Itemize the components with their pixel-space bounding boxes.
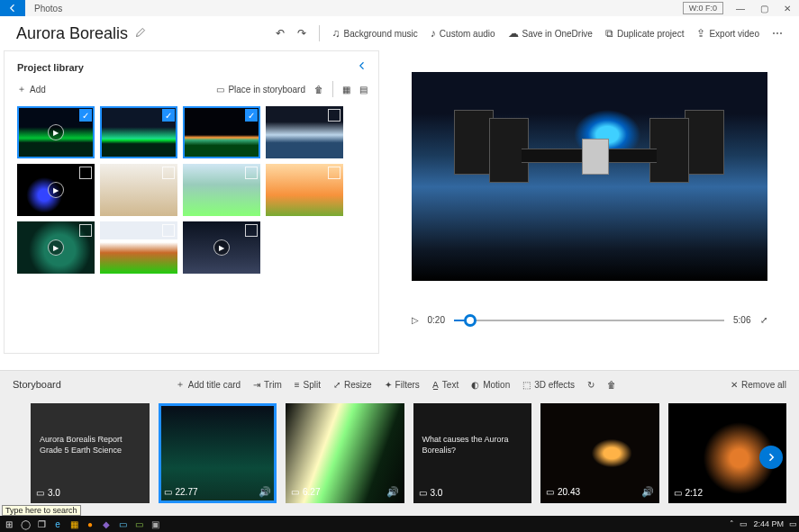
taskbar-app[interactable]: ▭: [132, 518, 146, 530]
storyboard-clip[interactable]: ▭6.27🔊: [286, 403, 404, 503]
back-button[interactable]: [0, 0, 25, 16]
place-in-storyboard-button[interactable]: ▭Place in storyboard: [216, 85, 305, 95]
resize-button[interactable]: ⤢Resize: [333, 380, 372, 390]
more-button[interactable]: ⋯: [772, 27, 783, 40]
library-thumb[interactable]: [183, 164, 260, 216]
label: Trim: [264, 380, 282, 390]
library-thumb[interactable]: ✓▶: [17, 106, 95, 158]
thumb-checkbox[interactable]: ✓: [79, 109, 92, 122]
motion-button[interactable]: ◐Motion: [471, 380, 510, 390]
tray-up-icon[interactable]: ˄: [730, 519, 734, 528]
fullscreen-button[interactable]: ⤢: [760, 315, 767, 325]
filters-button[interactable]: ✦Filters: [385, 380, 420, 390]
seek-knob[interactable]: [464, 314, 477, 327]
taskbar-app[interactable]: ◆: [99, 518, 113, 530]
storyboard-clip[interactable]: ▭22.77🔊: [159, 403, 277, 503]
storyboard-clip[interactable]: ▭20.43🔊: [540, 403, 659, 503]
duplicate-project-button[interactable]: ⧉Duplicate project: [605, 27, 684, 40]
add-title-card-button[interactable]: ＋Add title card: [176, 378, 241, 391]
video-clip-icon: ▭: [164, 487, 172, 497]
task-view-button[interactable]: ❐: [34, 518, 49, 530]
label: Text: [442, 380, 459, 390]
taskbar-app[interactable]: ▣: [148, 518, 162, 530]
storyboard-toolbar: Storyboard ＋Add title card ⇥Trim ≡Split …: [0, 371, 799, 398]
video-clip-icon: ▭: [546, 487, 554, 497]
storyboard-clip[interactable]: What causes the Aurora Borealis?▭3.0: [413, 403, 532, 503]
title-card-icon: ▭: [419, 488, 427, 498]
thumb-checkbox[interactable]: [162, 167, 175, 179]
plus-icon: ＋: [176, 378, 185, 391]
next-clip-button[interactable]: [759, 446, 783, 469]
resize-icon: ⤢: [333, 380, 340, 390]
close-button[interactable]: ✕: [776, 0, 799, 16]
library-thumb[interactable]: ✓: [183, 106, 260, 158]
play-button[interactable]: ▷: [412, 315, 419, 325]
clip-title-text: Aurora Borealis Report Grade 5 Earth Sci…: [40, 434, 141, 455]
thumb-checkbox[interactable]: [328, 167, 340, 179]
battery-icon[interactable]: ▭: [740, 519, 748, 528]
notifications-button[interactable]: ▭: [789, 519, 797, 528]
taskbar-app[interactable]: ●: [83, 518, 97, 530]
library-thumb[interactable]: [100, 164, 177, 216]
library-thumb[interactable]: ▶: [183, 221, 260, 274]
view-small-button[interactable]: ▦: [342, 85, 350, 95]
thumb-checkbox[interactable]: [79, 167, 92, 179]
library-thumb[interactable]: ▶: [17, 164, 95, 216]
view-large-button[interactable]: ▤: [359, 85, 368, 95]
thumb-checkbox[interactable]: [328, 109, 340, 122]
label: Remove all: [741, 380, 786, 390]
delete-library-button[interactable]: 🗑: [314, 85, 323, 95]
background-music-button[interactable]: ♫Background music: [332, 27, 418, 40]
player-position: 0:20: [428, 315, 445, 325]
seek-bar[interactable]: [454, 320, 724, 321]
clock[interactable]: 2:44 PM: [753, 519, 784, 528]
main-area: Project library ＋Add ▭Place in storyboar…: [0, 50, 799, 370]
split-icon: ≡: [295, 380, 300, 390]
separator: [319, 25, 320, 41]
3d-effects-button[interactable]: ⬚3D effects: [522, 380, 575, 390]
library-thumb[interactable]: [266, 106, 343, 158]
preview-panel: ▷ 0:20 5:06 ⤢: [379, 50, 799, 370]
add-media-button[interactable]: ＋Add: [17, 83, 46, 95]
maximize-button[interactable]: ▢: [752, 0, 776, 16]
thumb-checkbox[interactable]: ✓: [162, 109, 175, 122]
cortana-button[interactable]: ◯: [18, 518, 32, 530]
redo-button[interactable]: ↷: [297, 27, 306, 40]
taskbar-app[interactable]: ▭: [115, 518, 130, 530]
taskbar: ⊞ ◯ ❐ e ▦ ● ◆ ▭ ▭ ▣ ˄ ▭ 2:44 PM ▭: [0, 516, 799, 532]
thumb-checkbox[interactable]: [79, 224, 92, 237]
library-thumb[interactable]: ✓: [100, 106, 177, 158]
library-thumb[interactable]: [100, 221, 177, 274]
close-icon: ✕: [731, 380, 738, 390]
thumb-checkbox[interactable]: [245, 224, 258, 237]
label: Add title card: [188, 380, 241, 390]
split-button[interactable]: ≡Split: [295, 380, 321, 390]
collapse-library-button[interactable]: [357, 60, 368, 74]
export-video-button[interactable]: ⇪Export video: [696, 27, 759, 40]
custom-audio-button[interactable]: ♪Custom audio: [431, 27, 495, 40]
undo-button[interactable]: ↶: [276, 27, 285, 40]
trim-button[interactable]: ⇥Trim: [253, 380, 282, 390]
taskbar-app[interactable]: ▦: [67, 518, 81, 530]
storyboard-clip[interactable]: Aurora Borealis Report Grade 5 Earth Sci…: [31, 403, 150, 503]
minimize-button[interactable]: —: [729, 0, 752, 16]
play-overlay-icon: ▶: [48, 182, 64, 198]
preview-art: [454, 110, 494, 175]
library-thumb[interactable]: ▶: [17, 221, 95, 274]
save-onedrive-button[interactable]: ☁Save in OneDrive: [508, 27, 593, 40]
thumb-checkbox[interactable]: ✓: [245, 109, 258, 122]
text-button[interactable]: A̲Text: [432, 380, 459, 390]
taskbar-app[interactable]: e: [50, 518, 65, 530]
speaker-icon: 🔊: [641, 486, 654, 498]
start-button[interactable]: ⊞: [2, 518, 16, 530]
library-thumb[interactable]: [266, 164, 343, 216]
preview-art: [582, 139, 609, 175]
label: Filters: [395, 380, 420, 390]
video-preview[interactable]: [412, 72, 767, 281]
thumb-checkbox[interactable]: [245, 167, 258, 179]
remove-all-button[interactable]: ✕Remove all: [731, 380, 786, 390]
rotate-button[interactable]: ↻: [587, 380, 595, 390]
delete-clip-button[interactable]: 🗑: [607, 380, 616, 390]
thumb-checkbox[interactable]: [162, 224, 175, 237]
rename-button[interactable]: [135, 27, 146, 41]
